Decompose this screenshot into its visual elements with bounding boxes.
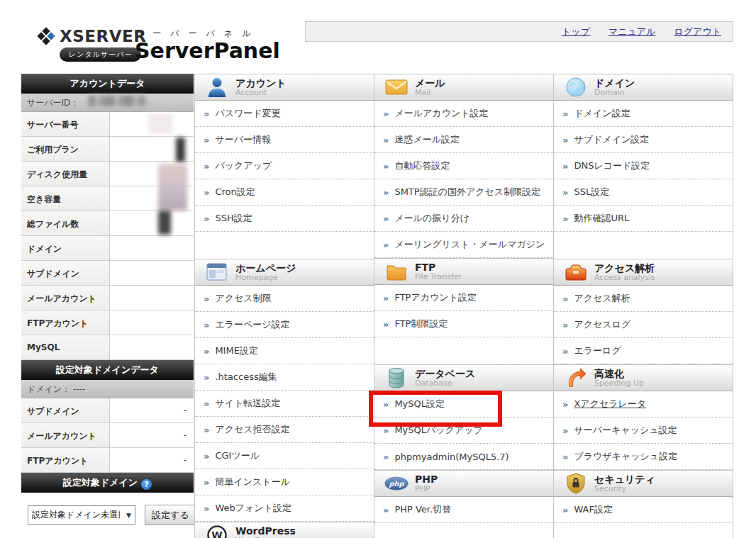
menu-item[interactable]: » SSL設定 xyxy=(554,179,733,206)
menu-item[interactable]: » サーバーキャッシュ設定 xyxy=(554,417,733,444)
menu-item[interactable]: » サイト転送設定 xyxy=(195,391,374,417)
account-data-row: FTPアカウント xyxy=(21,310,194,335)
menu-item-label: メールの振り分け xyxy=(394,212,469,225)
menu-item[interactable]: » エラーページ設定 xyxy=(195,312,374,338)
menu-item[interactable]: » Webフォント設定 xyxy=(195,495,374,522)
target-domain-row: メールアカウント - xyxy=(21,423,194,448)
menu-item[interactable]: » DNSレコード設定 xyxy=(554,153,733,179)
menu-item-label: パスワード変更 xyxy=(215,107,280,120)
arrow-icon: » xyxy=(204,320,209,330)
section-ftp-header: FTP File Transfer xyxy=(374,258,553,285)
menu-item[interactable]: » メールアカウント設定 xyxy=(374,101,553,127)
arrow-icon: » xyxy=(204,372,209,383)
menu-item[interactable]: » MySQL設定 xyxy=(374,391,553,417)
help-icon[interactable]: ? xyxy=(141,479,152,490)
menu-item[interactable]: » MySQLバックアップ xyxy=(374,417,553,444)
account-data-header: アカウントデータ xyxy=(21,74,194,94)
section-domain: ドメイン Domain » ドメイン設定 » サブドメイン設定 » DNSレコー… xyxy=(554,74,733,232)
menu-item[interactable]: » 動作確認URL xyxy=(554,206,733,232)
menu-item[interactable]: » PHP Ver.切替 xyxy=(374,497,553,523)
section-wordpress-header: W WordPress WordPress xyxy=(195,522,374,538)
section-security: セキュリティ Security » WAF設定 xyxy=(554,470,733,523)
menu-item[interactable]: » SSH設定 xyxy=(195,206,374,232)
section-subtitle: Security xyxy=(594,485,655,493)
menu-item[interactable]: » .htaccess編集 xyxy=(195,364,374,391)
arrow-icon: » xyxy=(562,187,568,198)
sidebar: アカウントデータ サーバーID： サーバー番号 ご利用プラン ディスク使用量 空… xyxy=(21,74,194,525)
menu-item[interactable]: » アクセス解析 xyxy=(554,286,733,312)
menu-item[interactable]: » メールの振り分け xyxy=(374,206,553,232)
arrow-icon: » xyxy=(383,399,389,410)
menu-item[interactable]: » アクセス拒否設定 xyxy=(195,417,374,443)
arrow-icon: » xyxy=(204,503,209,514)
menu-item[interactable]: » Xアクセラレータ xyxy=(554,391,733,417)
arrow-icon: » xyxy=(204,135,209,145)
menu-item[interactable]: » メーリングリスト・メールマガジン xyxy=(374,232,553,258)
arrow-icon: » xyxy=(204,213,209,224)
menu-item[interactable]: » アクセス制限 xyxy=(195,286,374,312)
arrow-icon: » xyxy=(383,505,389,515)
section-subtitle: Access analysis xyxy=(594,274,655,282)
redacted-value-blur xyxy=(176,138,185,162)
current-domain-label: ドメイン： xyxy=(27,384,70,394)
menu-item-label: アクセス制限 xyxy=(215,292,271,305)
menu-item[interactable]: » パスワード変更 xyxy=(195,101,374,127)
brand-badge: レンタルサーバー xyxy=(60,47,141,62)
arrow-icon: » xyxy=(204,451,209,461)
target-domain-select[interactable]: 設定対象ドメイン未選択 ▼ xyxy=(28,505,135,525)
menu-item-label: SMTP認証の国外アクセス制限設定 xyxy=(394,186,540,198)
menu-item[interactable]: » バックアップ xyxy=(195,153,374,179)
panel-title: ServerPanel xyxy=(135,40,280,62)
menu-item[interactable]: » CGIツール xyxy=(195,443,374,469)
nav-link-top[interactable]: トップ xyxy=(562,26,590,38)
section-subtitle: PHP xyxy=(415,485,438,493)
target-domain-row-value: - xyxy=(110,448,194,472)
arrow-icon: » xyxy=(204,293,209,304)
menu-item-label: MySQLバックアップ xyxy=(394,424,482,437)
section-ftp: FTP File Transfer » FTPアカウント設定 » FTP制限設定 xyxy=(374,258,553,337)
menu-item[interactable]: » WAF設定 xyxy=(554,497,733,523)
section-security-header: セキュリティ Security xyxy=(554,470,733,497)
target-domain-row-value: - xyxy=(110,398,194,422)
nav-link-logout[interactable]: ログアウト xyxy=(674,26,721,38)
nav-link-manual[interactable]: マニュアル xyxy=(608,26,656,38)
menu-item[interactable]: » 自動応答設定 xyxy=(374,153,553,179)
menu-item-label: FTPアカウント設定 xyxy=(394,291,477,304)
section-mail: メール Mail » メールアカウント設定 » 迷惑メール設定 » 自動応答設定 xyxy=(374,74,553,258)
arrow-icon: » xyxy=(562,161,568,172)
arrow-icon: » xyxy=(562,320,568,330)
section-wordpress: W WordPress WordPress xyxy=(195,522,374,538)
section-speedup: 高速化 Speeding Up » Xアクセラレータ » サーバーキャッシュ設定… xyxy=(554,364,733,470)
target-domain-select-header: 設定対象ドメイン? xyxy=(21,473,194,493)
arrow-icon: » xyxy=(383,213,389,224)
menu-item[interactable]: » ブラウザキャッシュ設定 xyxy=(554,444,733,470)
account-row-value xyxy=(110,335,194,359)
apply-domain-button[interactable]: 設定する xyxy=(145,505,196,525)
menu-item[interactable]: » 簡単インストール xyxy=(195,469,374,495)
menu-item[interactable]: » phpmyadmin(MySQL5.7) xyxy=(374,444,553,470)
menu-item[interactable]: » アクセスログ xyxy=(554,312,733,338)
menu-item[interactable]: » FTP制限設定 xyxy=(374,311,553,337)
arrow-icon: » xyxy=(204,425,209,435)
section-access-analysis: アクセス解析 Access analysis » アクセス解析 » アクセスログ… xyxy=(554,259,733,364)
menu-item[interactable]: » サーバー情報 xyxy=(195,127,374,153)
menu-item[interactable]: » エラーログ xyxy=(554,338,733,364)
menu-item[interactable]: » SMTP認証の国外アクセス制限設定 xyxy=(374,179,553,206)
menu-item[interactable]: » Cron設定 xyxy=(195,179,374,206)
menu-item[interactable]: » MIME設定 xyxy=(195,338,374,364)
arrow-icon: » xyxy=(562,293,568,304)
target-domain-row: FTPアカウント - xyxy=(21,448,194,473)
database-icon xyxy=(384,366,408,389)
menu-item[interactable]: » サブドメイン設定 xyxy=(554,127,733,153)
menu-item[interactable]: » 迷惑メール設定 xyxy=(374,127,553,153)
arrow-icon: » xyxy=(562,505,568,515)
target-domain-data-header: 設定対象ドメインデータ xyxy=(21,360,194,380)
menu-item-label: WAF設定 xyxy=(574,503,613,516)
menu-item[interactable]: » ドメイン設定 xyxy=(554,101,733,127)
menu-item-label: アクセス解析 xyxy=(574,292,630,305)
arrow-icon: » xyxy=(204,346,209,357)
menu-item[interactable]: » FTPアカウント設定 xyxy=(374,285,553,311)
menu-item-label: Cron設定 xyxy=(215,186,255,198)
section-title: データベース xyxy=(415,368,475,379)
account-row-label: 空き容量 xyxy=(21,186,110,211)
